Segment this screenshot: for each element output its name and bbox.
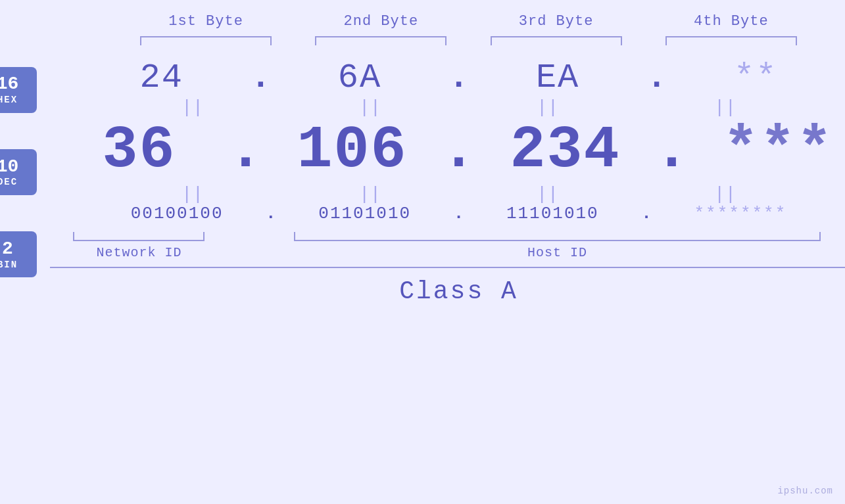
bracket-b1 (118, 36, 293, 45)
class-bar: Class A (50, 267, 845, 306)
byte2-header: 2nd Byte (293, 13, 468, 30)
network-id-label: Network ID (50, 245, 228, 260)
id-labels: Network ID Host ID (50, 245, 845, 260)
hex-row: 24 . 6A . EA . ** (50, 58, 845, 97)
dec-cell-b4: *** (690, 117, 845, 184)
top-brackets (26, 36, 819, 45)
sep-b3-2: || (459, 184, 637, 204)
bin-value-b2: 01101010 (276, 204, 454, 223)
hex-num: 16 (0, 74, 18, 95)
dec-value-b3: 234 (477, 117, 654, 184)
class-label: Class A (399, 277, 518, 306)
bin-row: 00100100 . 01101010 . 11101010 . *******… (50, 204, 845, 223)
bracket-line-b2 (315, 36, 447, 45)
dec-num: 10 (0, 157, 18, 177)
bin-lbl: BIN (0, 260, 18, 270)
byte3-header: 3rd Byte (469, 13, 644, 30)
bracket-b2 (293, 36, 468, 45)
dec-cell-b2: 106 (264, 117, 441, 184)
bottom-section: Network ID Host ID Class A (50, 227, 845, 306)
data-grid: 24 . 6A . EA . ** || || || || (50, 58, 845, 306)
hex-cell-b3: EA (469, 58, 646, 97)
bin-label-box: 2 BIN (0, 231, 37, 277)
sep-b3-1: || (459, 97, 637, 118)
network-bracket (73, 232, 205, 241)
bin-cell-b1: 00100100 (88, 204, 266, 223)
dec-dot-1: . (228, 117, 263, 184)
sep-row-1: || || || || (50, 97, 845, 117)
network-bracket-container (50, 232, 228, 241)
sep-b4-1: || (637, 97, 814, 118)
byte-headers: 1st Byte 2nd Byte 3rd Byte 4th Byte (26, 13, 819, 30)
hex-cell-b1: 24 (73, 58, 251, 97)
dec-cell-b3: 234 (477, 117, 654, 184)
dec-dot-2: . (441, 117, 477, 184)
bracket-b4 (644, 36, 819, 45)
dec-value-b2: 106 (264, 117, 441, 184)
sep-b1-1: || (104, 97, 281, 118)
bracket-line-b4 (665, 36, 797, 45)
dec-cell-b1: 36 (50, 117, 228, 184)
bin-value-b1: 00100100 (88, 204, 266, 223)
bracket-line-b1 (140, 36, 272, 45)
bin-dot-3: . (641, 204, 652, 223)
dec-value-b4: *** (690, 117, 845, 184)
hex-value-b1: 24 (73, 58, 251, 97)
hex-label-box: 16 HEX (0, 67, 37, 113)
hex-cell-b2: 6A (271, 58, 448, 97)
bin-num: 2 (2, 239, 13, 260)
dec-dot-3: . (654, 117, 690, 184)
bin-value-b3: 11101010 (464, 204, 641, 223)
bin-dot-2: . (454, 204, 464, 223)
bin-cell-b4: ******** (652, 204, 829, 223)
bin-value-b4: ******** (652, 204, 829, 223)
content-area: 16 HEX 10 DEC 2 BIN 24 . 6A (26, 58, 819, 306)
bracket-b3 (469, 36, 644, 45)
dec-label-box: 10 DEC (0, 149, 37, 195)
bin-cell-b2: 01101010 (276, 204, 454, 223)
sep-row-2: || || || || (50, 184, 845, 204)
byte1-header: 1st Byte (118, 13, 293, 30)
sep-b2-2: || (281, 184, 459, 204)
hex-value-b3: EA (469, 58, 646, 97)
dec-row: 36 . 106 . 234 . *** (50, 117, 845, 184)
byte4-header: 4th Byte (644, 13, 819, 30)
dot-spacer-2 (228, 245, 247, 260)
sep-b1-2: || (104, 184, 281, 204)
hex-cell-b4: ** (667, 58, 844, 97)
hex-value-b4: ** (667, 58, 844, 97)
watermark: ipshu.com (777, 486, 833, 496)
hex-dot-2: . (448, 58, 469, 97)
sep-b4-2: || (637, 184, 814, 204)
sep-b2-1: || (281, 97, 459, 118)
hex-value-b2: 6A (271, 58, 448, 97)
hex-dot-1: . (251, 58, 271, 97)
bracket-line-b3 (491, 36, 622, 45)
host-bracket (294, 232, 821, 241)
host-id-label: Host ID (247, 245, 845, 260)
dec-lbl: DEC (0, 177, 18, 187)
host-bracket-container (247, 232, 845, 241)
main-container: 1st Byte 2nd Byte 3rd Byte 4th Byte 16 H… (0, 0, 845, 504)
labels-col: 16 HEX 10 DEC 2 BIN (0, 58, 37, 306)
bin-cell-b3: 11101010 (464, 204, 641, 223)
bin-dot-1: . (266, 204, 276, 223)
hex-dot-3: . (646, 58, 667, 97)
dec-value-b1: 36 (50, 117, 228, 184)
hex-lbl: HEX (0, 95, 18, 105)
